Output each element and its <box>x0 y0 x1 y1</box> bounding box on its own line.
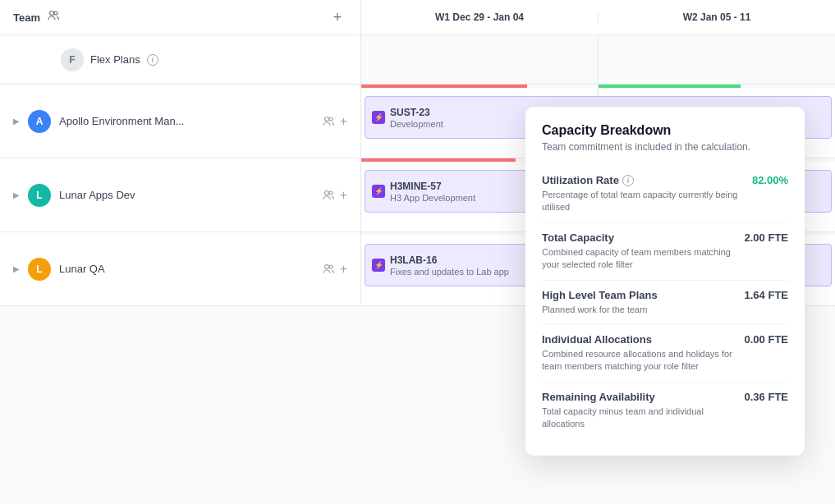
apollo-people-icon <box>322 115 335 128</box>
capacity-breakdown-popup: Capacity Breakdown Team commitment is in… <box>525 107 805 456</box>
svg-point-0 <box>50 11 54 16</box>
lunar-apps-people-icon <box>322 189 335 202</box>
utilization-rate-row: Utilization Rate i Percentage of total t… <box>542 166 788 223</box>
team-column-header: Team + <box>0 0 361 34</box>
high-level-plans-desc: Planned work for the team <box>542 304 735 316</box>
remaining-availability-row: Remaining Availability Total capacity mi… <box>542 383 788 439</box>
week2-header: W2 Jan 05 - 11 <box>599 11 835 23</box>
svg-point-6 <box>324 264 328 268</box>
popup-title: Capacity Breakdown <box>542 123 788 138</box>
svg-point-2 <box>324 117 328 121</box>
high-level-plans-row: High Level Team Plans Planned work for t… <box>542 281 788 325</box>
lunar-apps-label: ▶ L Lunar Apps Dev + <box>0 158 361 231</box>
flex-info-icon[interactable]: i <box>147 53 158 66</box>
lunar-qa-task-icon: ⚡ <box>372 259 385 272</box>
lunar-qa-add-btn[interactable]: + <box>340 262 347 277</box>
total-capacity-row: Total Capacity Combined capacity of team… <box>542 223 788 281</box>
week1-header: W1 Dec 29 - Jan 04 <box>361 11 599 23</box>
lunar-apps-actions: + <box>322 188 347 203</box>
flex-grid-area <box>361 35 835 84</box>
svg-point-4 <box>324 190 328 195</box>
main-container: Team + W1 Dec 29 - Jan 04 W2 Jan 05 - 11 <box>0 0 835 504</box>
team-people-icon <box>47 9 60 25</box>
lunar-apps-task-icon: ⚡ <box>372 185 385 198</box>
svg-point-1 <box>54 11 57 15</box>
total-capacity-desc: Combined capacity of team members matchi… <box>542 246 735 272</box>
individual-allocations-row: Individual Allocations Combined resource… <box>542 325 788 383</box>
svg-point-7 <box>329 265 333 268</box>
remaining-availability-desc: Total capacity minus team and individual… <box>542 405 735 431</box>
lunar-qa-actions: + <box>322 262 347 277</box>
apollo-task-icon: ⚡ <box>372 111 385 124</box>
apollo-task-info: SUST-23 Development <box>390 107 443 129</box>
apollo-avatar: A <box>28 110 51 133</box>
individual-allocations-value: 0.00 FTE <box>745 333 788 346</box>
total-capacity-key: Total Capacity <box>542 231 735 244</box>
flex-plans-label-area: F Flex Plans i <box>0 35 361 84</box>
lunar-apps-add-btn[interactable]: + <box>340 188 347 203</box>
lunar-qa-task-info: H3LAB-16 Fixes and updates to Lab app <box>390 254 509 277</box>
utilization-rate-desc: Percentage of total team capacity curren… <box>542 189 742 214</box>
team-header-label: Team <box>13 11 40 24</box>
lunar-apps-team-name: Lunar Apps Dev <box>59 189 314 201</box>
utilization-rate-value: 82.00% <box>752 174 788 186</box>
lunar-qa-team-name: Lunar QA <box>59 263 314 275</box>
svg-point-5 <box>329 191 333 195</box>
apollo-expand-btn[interactable]: ▶ <box>13 117 20 126</box>
remaining-availability-key: Remaining Availability <box>542 391 735 403</box>
high-level-plans-key: High Level Team Plans <box>542 289 735 301</box>
utilization-info-icon[interactable]: i <box>622 175 634 186</box>
individual-allocations-key: Individual Allocations <box>542 333 735 346</box>
popup-subtitle: Team commitment is included in the calcu… <box>542 141 788 153</box>
remaining-availability-value: 0.36 FTE <box>745 391 788 403</box>
flex-plans-text: Flex Plans <box>90 53 140 66</box>
add-team-button[interactable]: + <box>328 7 347 27</box>
apollo-label: ▶ A Apollo Environment Man... + <box>0 85 361 158</box>
lunar-apps-avatar: L <box>28 184 51 207</box>
apollo-team-name: Apollo Environment Man... <box>59 115 314 127</box>
total-capacity-value: 2.00 FTE <box>745 231 788 244</box>
flex-plans-row: F Flex Plans i <box>0 35 835 85</box>
utilization-rate-key: Utilization Rate i <box>542 174 742 186</box>
header-row: Team + W1 Dec 29 - Jan 04 W2 Jan 05 - 11 <box>0 0 835 35</box>
lunar-qa-expand-btn[interactable]: ▶ <box>13 264 20 273</box>
lunar-qa-label: ▶ L Lunar QA + <box>0 232 361 305</box>
lunar-qa-avatar: L <box>28 258 51 281</box>
individual-allocations-desc: Combined resource allocations and holida… <box>542 348 735 373</box>
lunar-qa-people-icon <box>322 263 335 276</box>
lunar-apps-task-info: H3MINE-57 H3 App Development <box>390 181 475 203</box>
apollo-actions: + <box>322 114 347 129</box>
flex-avatar: F <box>61 48 84 71</box>
svg-point-3 <box>329 117 333 121</box>
lunar-apps-expand-btn[interactable]: ▶ <box>13 190 20 199</box>
apollo-add-btn[interactable]: + <box>340 114 347 129</box>
high-level-plans-value: 1.64 FTE <box>745 289 788 301</box>
